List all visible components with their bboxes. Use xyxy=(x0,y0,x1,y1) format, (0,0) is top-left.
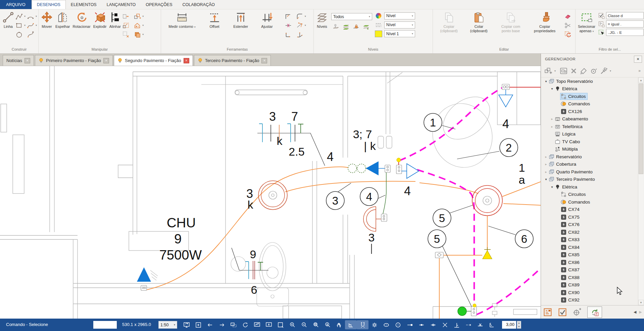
espelhar-button[interactable]: Espelhar xyxy=(54,10,71,29)
close-tab-icon[interactable]: × xyxy=(24,58,30,63)
doc-tab-segundo-pavimento[interactable]: Segundo Pavimento - Fiação× xyxy=(114,55,193,66)
tree-item-cx75[interactable]: CX75 xyxy=(541,213,644,221)
nivel-color-dropdown[interactable]: Nível▾ xyxy=(384,12,415,19)
tree-item-quarto-pavimento[interactable]: ▸Quarto Pavimento xyxy=(541,168,644,176)
view-next-icon[interactable] xyxy=(216,320,228,329)
tree-item-cx92[interactable]: CX92 xyxy=(541,296,644,304)
capture-add-icon[interactable] xyxy=(573,308,582,317)
tree-item-cx82[interactable]: CX82 xyxy=(541,228,644,236)
scroll-up-icon[interactable]: ▲ xyxy=(638,77,644,83)
current-color-swatch[interactable] xyxy=(375,31,382,37)
expand-icon[interactable]: ▸ xyxy=(544,162,548,166)
tree-item-reservat-rio[interactable]: ▸Reservatório xyxy=(541,153,644,161)
expand-icon[interactable]: ▸ xyxy=(550,117,554,121)
zoom-dynamic-icon[interactable] xyxy=(321,320,333,329)
tree-item-cx84[interactable]: CX84 xyxy=(541,243,644,251)
level-lock-icon[interactable] xyxy=(352,23,360,30)
arc-icon[interactable] xyxy=(27,13,34,20)
structure-view-icon[interactable] xyxy=(543,308,552,317)
check-view-icon[interactable] xyxy=(558,308,567,317)
tree-item-circuitos[interactable]: Circuitos xyxy=(541,191,644,199)
tree-item-cx76[interactable]: CX76 xyxy=(541,221,644,229)
tree-item-cx85[interactable]: CX85 xyxy=(541,251,644,259)
selecionar-apenas-button[interactable]: Selecionar apenas ▾ xyxy=(577,10,597,33)
filter-equal-field[interactable]: = igual . xyxy=(606,20,644,27)
circle-icon[interactable] xyxy=(15,31,23,38)
niveis-button[interactable]: Níveis xyxy=(315,10,329,29)
linha-button[interactable]: Linha xyxy=(1,10,15,29)
tree-item-cx90[interactable]: CX90 xyxy=(541,289,644,296)
colar-clipboard-button[interactable]: Colar (clipboard) xyxy=(466,10,491,33)
offset-button[interactable]: Offset xyxy=(207,10,222,29)
mover-button[interactable]: Mover xyxy=(40,10,54,29)
color-wheel-icon[interactable] xyxy=(375,12,382,19)
tree-item-el-trica[interactable]: ▾Elétrica xyxy=(541,85,644,93)
regen-icon[interactable] xyxy=(239,320,251,329)
expand-icon[interactable]: ▸ xyxy=(544,155,548,159)
expand-icon[interactable]: ▸ xyxy=(550,125,554,128)
tree-item-cx89[interactable]: CX89 xyxy=(541,281,644,289)
rectangle-icon[interactable] xyxy=(15,22,23,29)
copiar-propriedades-button[interactable]: Copiar propriedades xyxy=(530,10,559,33)
add-element-icon[interactable] xyxy=(544,67,553,75)
estender-button[interactable]: Estender xyxy=(232,10,249,29)
copy-multiple-icon[interactable] xyxy=(134,13,141,20)
doc-tab-primeiro-pavimento[interactable]: Primeiro Pavimento - Fiação× xyxy=(35,55,113,66)
tree-item-telef-nica[interactable]: ▸Telefônica xyxy=(541,123,644,130)
pan-icon[interactable] xyxy=(333,320,345,329)
move-point-icon[interactable] xyxy=(122,31,130,38)
tree-item-cx126[interactable]: CX126 xyxy=(541,108,644,115)
tree-item-terceiro-pavimento[interactable]: ▾Terceiro Pavimento xyxy=(541,176,644,183)
nivel-style-dropdown[interactable]: Nível▾ xyxy=(384,21,415,29)
close-tab-icon[interactable]: × xyxy=(261,58,267,63)
tree-item-cx83[interactable]: CX83 xyxy=(541,236,644,244)
snap-circle-icon[interactable] xyxy=(392,320,404,329)
menu-tab-desenhos[interactable]: DESENHOS xyxy=(32,0,66,9)
tree-item-comandos[interactable]: Comandos xyxy=(541,198,644,206)
selection-window-icon[interactable] xyxy=(275,320,286,329)
spline-icon[interactable] xyxy=(27,22,34,29)
tree-item-cx74[interactable]: CX74 xyxy=(541,206,644,214)
filter-select-field[interactable]: ..JG. - E xyxy=(606,29,644,36)
menu-tab-colaboracao[interactable]: COLABORAÇÃO xyxy=(177,0,220,9)
tree-item-topo-reservat-rio[interactable]: ▾Topo Reservatório xyxy=(541,77,644,85)
ucs-axes-icon[interactable] xyxy=(296,31,303,38)
alinhar-button[interactable]: Alinhar xyxy=(108,10,122,29)
balloon-callout-5[interactable]: 5 xyxy=(433,209,451,227)
filter-class-field[interactable]: Classe d xyxy=(606,12,644,19)
expand-icon[interactable]: ▸ xyxy=(544,170,548,174)
view-previous-icon[interactable] xyxy=(204,320,216,329)
scheme-icon[interactable] xyxy=(559,67,568,75)
corner-trim-icon[interactable] xyxy=(285,13,292,20)
snap-perpendicular-icon[interactable] xyxy=(451,320,462,329)
level-set-icon[interactable] xyxy=(362,23,370,30)
highlight-icon[interactable] xyxy=(580,67,588,75)
stretch-icon[interactable] xyxy=(122,13,130,20)
doc-tab-noticias[interactable]: Notícias× xyxy=(3,55,34,66)
rotacionar-button[interactable]: Rotacionar xyxy=(71,10,92,29)
todos-dropdown[interactable]: Todos▾ xyxy=(331,13,372,20)
snap-midpoint-icon[interactable] xyxy=(415,320,427,329)
nav-right-icon[interactable]: ▶ xyxy=(639,310,642,314)
snap-angle-icon[interactable] xyxy=(486,320,498,329)
level-on-icon[interactable] xyxy=(342,23,350,30)
filter-select-icon[interactable] xyxy=(598,29,605,36)
scroll-thumb[interactable] xyxy=(639,84,643,174)
fillet-icon[interactable] xyxy=(296,13,303,20)
balloon-callout-5[interactable]: 5 xyxy=(428,230,446,248)
snap-distance-stepper[interactable]: ▲▼ xyxy=(517,321,521,329)
tree-item-comandos[interactable]: Comandos xyxy=(541,100,644,108)
filter-equal-icon[interactable] xyxy=(598,21,605,27)
collapse-icon[interactable]: ▾ xyxy=(544,177,548,181)
polyline-icon[interactable] xyxy=(15,13,23,20)
snap-node-icon[interactable] xyxy=(427,320,439,329)
tree-item-cobertura[interactable]: ▸Cobertura xyxy=(541,161,644,168)
curve-icon[interactable] xyxy=(27,31,34,38)
collapse-icon[interactable]: ▾ xyxy=(550,87,554,91)
balloon-callout-6[interactable]: 6 xyxy=(515,230,533,248)
snap-endpoint-icon[interactable] xyxy=(404,320,415,329)
zoom-window-alt-icon[interactable] xyxy=(228,320,239,329)
tree-item-m-ltipla[interactable]: Múltipla xyxy=(541,146,644,153)
snap-extension-icon[interactable] xyxy=(462,320,474,329)
balloon-callout-4[interactable]: 4 xyxy=(360,187,378,206)
